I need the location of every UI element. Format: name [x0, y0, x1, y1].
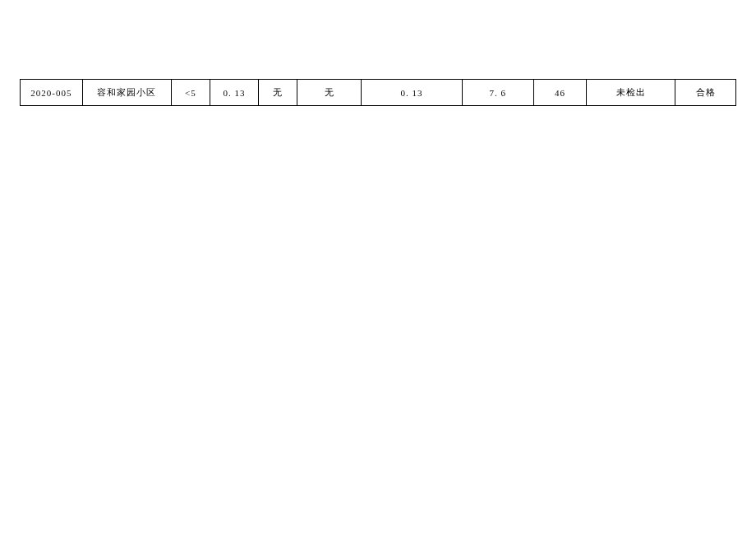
- cell-value-8: 未检出: [587, 80, 675, 106]
- cell-value-4: 无: [297, 80, 362, 106]
- cell-value-6: 7. 6: [463, 80, 533, 106]
- cell-value-1: <5: [171, 80, 210, 106]
- cell-location: 容和家园小区: [82, 80, 171, 106]
- cell-id: 2020-005: [21, 80, 83, 106]
- cell-result: 合格: [675, 80, 736, 106]
- cell-value-3: 无: [258, 80, 297, 106]
- cell-value-7: 46: [533, 80, 587, 106]
- data-table: 2020-005 容和家园小区 <5 0. 13 无 无 0. 13 7. 6 …: [20, 79, 736, 106]
- cell-value-2: 0. 13: [210, 80, 258, 106]
- table-row: 2020-005 容和家园小区 <5 0. 13 无 无 0. 13 7. 6 …: [21, 80, 736, 106]
- cell-value-5: 0. 13: [361, 80, 462, 106]
- data-table-container: 2020-005 容和家园小区 <5 0. 13 无 无 0. 13 7. 6 …: [20, 79, 736, 106]
